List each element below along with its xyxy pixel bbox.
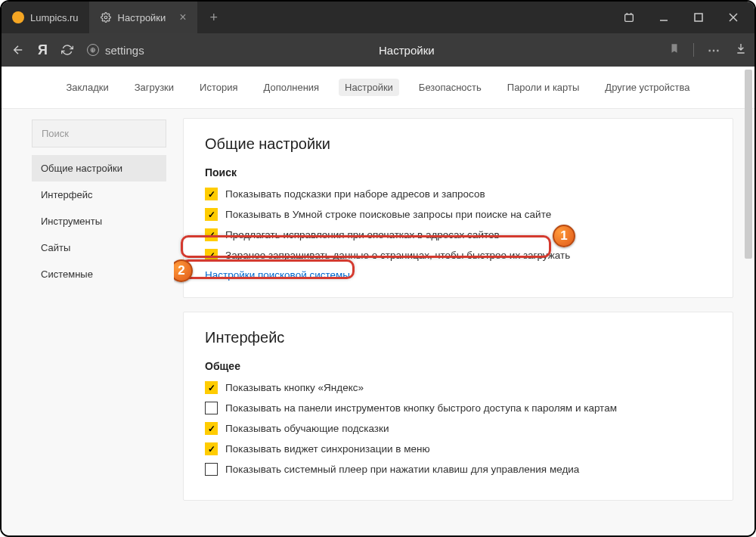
panel-interface: Интерфейс Общее Показывать кнопку «Яндек… bbox=[183, 312, 733, 501]
option-row[interactable]: Заранее запрашивать данные о страницах, … bbox=[205, 249, 711, 262]
url-text: settings bbox=[105, 44, 144, 57]
option-label: Показывать кнопку «Яндекс» bbox=[225, 382, 364, 393]
callout-badge-2: 2 bbox=[174, 259, 193, 282]
yandex-logo-icon[interactable]: Я bbox=[38, 42, 48, 58]
scrollbar-thumb[interactable] bbox=[745, 70, 752, 259]
more-icon[interactable]: ⋯ bbox=[708, 43, 721, 57]
option-label: Показывать системный плеер при нажатии к… bbox=[225, 464, 579, 475]
close-window-button[interactable] bbox=[726, 10, 741, 25]
page-title: Настройки bbox=[155, 44, 658, 57]
settings-topnav: Закладки Загрузки История Дополнения Нас… bbox=[2, 67, 754, 109]
checkbox-icon[interactable] bbox=[205, 249, 218, 262]
minimize-button[interactable] bbox=[656, 10, 671, 25]
url-box[interactable]: ⊕ settings bbox=[87, 44, 144, 57]
checkbox-icon[interactable] bbox=[205, 463, 218, 476]
option-row[interactable]: Показывать обучающие подсказки bbox=[205, 422, 711, 435]
collections-icon[interactable] bbox=[621, 10, 637, 25]
main-content: Общие настройки Поиск Показывать подсказ… bbox=[174, 109, 754, 535]
sidebar-item-general[interactable]: Общие настройки bbox=[32, 155, 166, 182]
tab-label: Настройки bbox=[118, 12, 166, 23]
topnav-history[interactable]: История bbox=[194, 79, 243, 96]
panel-title: Интерфейс bbox=[205, 329, 711, 346]
topnav-bookmarks[interactable]: Закладки bbox=[60, 79, 114, 96]
topnav-settings[interactable]: Настройки bbox=[339, 79, 399, 96]
addressbar: Я ⊕ settings Настройки ⋯ bbox=[2, 33, 754, 67]
checkbox-icon[interactable] bbox=[205, 402, 218, 414]
svg-rect-3 bbox=[695, 14, 702, 21]
svg-rect-1 bbox=[625, 14, 634, 21]
scrollbar[interactable] bbox=[745, 70, 752, 531]
checkbox-icon[interactable] bbox=[205, 188, 218, 200]
favicon-icon bbox=[12, 11, 24, 23]
option-label: Показывать на панели инструментов кнопку… bbox=[225, 402, 617, 414]
tab-settings[interactable]: Настройки × bbox=[89, 2, 197, 33]
globe-icon: ⊕ bbox=[87, 44, 99, 56]
option-row[interactable]: Показывать кнопку «Яндекс» bbox=[205, 381, 711, 394]
sidebar: Поиск Общие настройки Интерфейс Инструме… bbox=[2, 109, 174, 535]
tab-lumpics[interactable]: Lumpics.ru bbox=[2, 2, 89, 33]
close-tab-icon[interactable]: × bbox=[179, 11, 186, 24]
option-label: Показывать обучающие подсказки bbox=[225, 423, 389, 434]
topnav-devices[interactable]: Другие устройства bbox=[599, 79, 696, 96]
panel-title: Общие настройки bbox=[205, 135, 711, 153]
topnav-addons[interactable]: Дополнения bbox=[257, 79, 325, 96]
checkbox-icon[interactable] bbox=[205, 381, 218, 394]
tab-label: Lumpics.ru bbox=[30, 12, 79, 23]
downloads-icon[interactable] bbox=[735, 42, 747, 57]
topnav-passwords[interactable]: Пароли и карты bbox=[501, 79, 586, 96]
checkbox-icon[interactable] bbox=[205, 208, 218, 221]
section-title-general: Общее bbox=[205, 360, 711, 372]
titlebar: Lumpics.ru Настройки × + bbox=[2, 2, 754, 33]
checkbox-icon[interactable] bbox=[205, 442, 218, 455]
search-engine-settings-link[interactable]: Настройки поисковой системы bbox=[205, 269, 711, 281]
topnav-downloads[interactable]: Загрузки bbox=[129, 79, 180, 96]
gear-icon bbox=[100, 11, 112, 23]
option-row[interactable]: Показывать виджет синхронизации в меню bbox=[205, 442, 711, 455]
bookmark-icon[interactable] bbox=[669, 42, 680, 57]
sidebar-item-system[interactable]: Системные bbox=[32, 261, 166, 287]
option-row[interactable]: Показывать системный плеер при нажатии к… bbox=[205, 463, 711, 476]
option-label: Предлагать исправления при опечатках в а… bbox=[225, 229, 500, 241]
back-button[interactable] bbox=[9, 43, 27, 57]
option-row[interactable]: Предлагать исправления при опечатках в а… bbox=[205, 228, 711, 241]
option-row[interactable]: Показывать на панели инструментов кнопку… bbox=[205, 402, 711, 414]
option-label: Показывать подсказки при наборе адресов … bbox=[225, 188, 485, 200]
checkbox-icon[interactable] bbox=[205, 422, 218, 435]
reload-button[interactable] bbox=[58, 44, 76, 56]
section-title-search: Поиск bbox=[205, 166, 711, 178]
maximize-button[interactable] bbox=[691, 10, 706, 25]
option-row[interactable]: Показывать подсказки при наборе адресов … bbox=[205, 188, 711, 200]
sidebar-item-sites[interactable]: Сайты bbox=[32, 234, 166, 261]
callout-badge-1: 1 bbox=[553, 225, 575, 247]
sidebar-item-tools[interactable]: Инструменты bbox=[32, 208, 166, 234]
option-label: Показывать в Умной строке поисковые запр… bbox=[225, 209, 551, 220]
option-label: Показывать виджет синхронизации в меню bbox=[225, 443, 430, 455]
option-row[interactable]: Показывать в Умной строке поисковые запр… bbox=[205, 208, 711, 221]
topnav-security[interactable]: Безопасность bbox=[413, 79, 488, 96]
checkbox-icon[interactable] bbox=[205, 228, 218, 241]
svg-point-0 bbox=[104, 16, 107, 19]
panel-general: Общие настройки Поиск Показывать подсказ… bbox=[183, 118, 733, 298]
sidebar-search-input[interactable]: Поиск bbox=[32, 120, 166, 147]
sidebar-item-interface[interactable]: Интерфейс bbox=[32, 182, 166, 208]
option-label: Заранее запрашивать данные о страницах, … bbox=[225, 250, 570, 261]
new-tab-button[interactable]: + bbox=[203, 7, 225, 28]
